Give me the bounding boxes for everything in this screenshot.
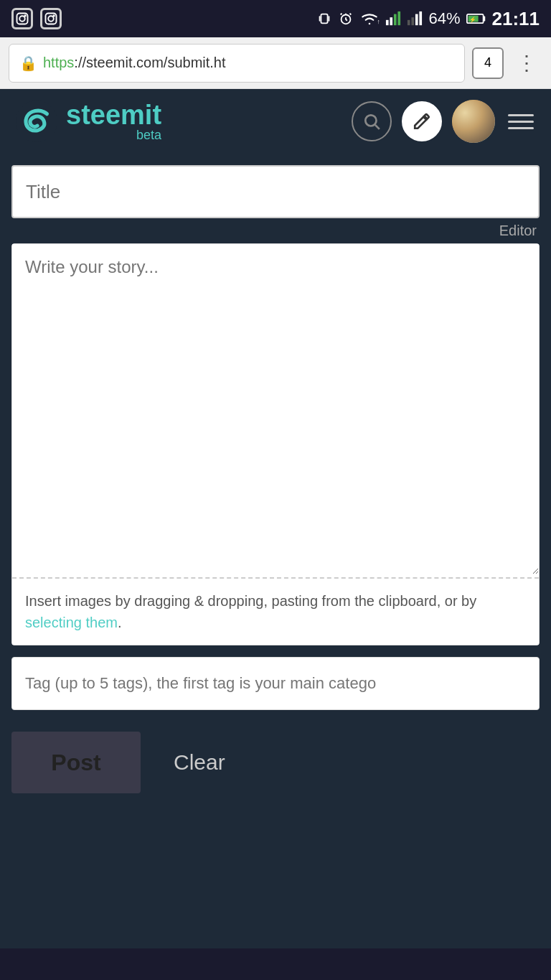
- browser-bar: 🔒 https://steemit.com/submit.ht 4 ⋮: [0, 37, 551, 89]
- nav-icons: [352, 100, 537, 143]
- svg-text:↑: ↑: [377, 18, 380, 25]
- drag-drop-instruction: Insert images by dragging & dropping, pa…: [25, 593, 476, 609]
- svg-point-5: [53, 15, 55, 17]
- svg-rect-17: [415, 14, 418, 26]
- search-button[interactable]: [352, 101, 392, 141]
- logo-beta: beta: [66, 129, 161, 141]
- logo-text: steemit: [66, 101, 161, 129]
- svg-rect-8: [329, 16, 330, 21]
- url-scheme: https: [43, 55, 74, 70]
- svg-text:⚡: ⚡: [469, 16, 476, 23]
- drag-drop-period: .: [118, 615, 122, 630]
- hamburger-line-1: [508, 114, 534, 116]
- wifi-icon: ↑: [359, 11, 380, 27]
- signal2-icon: [407, 11, 423, 27]
- svg-point-24: [365, 115, 376, 126]
- drag-drop-text: Insert images by dragging & dropping, pa…: [25, 590, 526, 633]
- svg-point-4: [48, 16, 54, 22]
- status-right-icons: ↑ 64% ⚡ 21:11: [316, 8, 540, 30]
- logo-area: steemit beta: [14, 99, 352, 144]
- tab-count: 4: [484, 55, 491, 70]
- select-files-link[interactable]: selecting them: [25, 615, 118, 630]
- title-input[interactable]: [11, 165, 540, 218]
- svg-line-25: [375, 125, 380, 129]
- compose-button[interactable]: [402, 101, 442, 141]
- svg-rect-18: [420, 11, 423, 25]
- pencil-icon: [413, 112, 431, 131]
- svg-point-1: [19, 16, 25, 22]
- drag-drop-bar: Insert images by dragging & dropping, pa…: [12, 577, 539, 645]
- hamburger-menu-button[interactable]: [505, 111, 537, 132]
- svg-rect-14: [398, 11, 401, 25]
- url-text: https://steemit.com/submit.ht: [43, 55, 226, 71]
- avatar[interactable]: [452, 100, 495, 143]
- story-textarea[interactable]: [12, 244, 539, 574]
- svg-point-23: [16, 101, 57, 142]
- tab-count-button[interactable]: 4: [472, 47, 504, 79]
- instagram2-icon: [40, 8, 62, 29]
- status-bar: ↑ 64% ⚡ 21:11: [0, 0, 551, 37]
- bottom-area: [0, 805, 551, 948]
- editor-label: Editor: [499, 223, 537, 238]
- hamburger-line-3: [508, 127, 534, 129]
- browser-menu-button[interactable]: ⋮: [511, 48, 542, 78]
- avatar-image: [452, 100, 495, 143]
- main-content: Editor Insert images by dragging & dropp…: [0, 154, 551, 805]
- logo-text-block: steemit beta: [66, 101, 161, 141]
- svg-rect-12: [390, 17, 393, 25]
- vibrate-icon: [316, 11, 332, 27]
- lock-icon: 🔒: [19, 55, 37, 72]
- search-icon: [362, 112, 381, 131]
- battery-percent: 64%: [428, 9, 460, 28]
- tag-input-wrapper: [11, 657, 540, 710]
- editor-label-row: Editor: [11, 218, 540, 243]
- svg-rect-20: [483, 17, 485, 22]
- svg-rect-6: [321, 14, 328, 24]
- url-bar[interactable]: 🔒 https://steemit.com/submit.ht: [9, 44, 465, 83]
- url-rest: ://steemit.com/submit.ht: [74, 55, 225, 70]
- svg-rect-11: [386, 20, 389, 25]
- svg-point-2: [24, 15, 26, 17]
- signal-icon: [385, 11, 401, 27]
- svg-rect-7: [319, 16, 321, 21]
- hamburger-line-2: [508, 121, 534, 123]
- clear-button[interactable]: Clear: [162, 743, 237, 782]
- svg-rect-16: [412, 17, 415, 25]
- svg-rect-15: [408, 20, 410, 25]
- post-button[interactable]: Post: [11, 732, 141, 793]
- steemit-logo-icon: [14, 99, 59, 144]
- instagram-icon: [11, 8, 33, 29]
- tag-input[interactable]: [25, 674, 526, 693]
- story-area-wrapper: Insert images by dragging & dropping, pa…: [11, 243, 540, 645]
- svg-rect-13: [394, 14, 397, 26]
- steemit-navbar: steemit beta: [0, 89, 551, 154]
- status-left-icons: [11, 8, 62, 29]
- clock: 21:11: [492, 8, 540, 30]
- alarm-icon: [338, 11, 354, 27]
- button-row: Post Clear: [11, 732, 540, 793]
- battery-icon: ⚡: [466, 12, 486, 25]
